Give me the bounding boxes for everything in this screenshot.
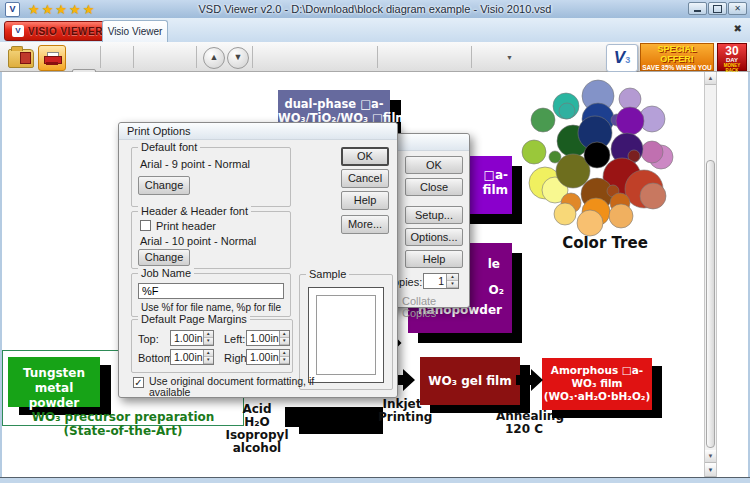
visio-logo[interactable]: V3 <box>606 44 638 72</box>
print-header-label: Print header <box>156 220 216 232</box>
shape-tungsten-powder: Tungsten metal powder <box>8 357 100 407</box>
inkjet-printing-label: Inkjet Printing <box>378 398 426 424</box>
title-bar: V ★★★★★ VSD Viewer v2.0 - D:\Download\bl… <box>0 0 750 19</box>
header-font-value: Arial - 10 point - Normal <box>140 235 256 247</box>
group-sample: Sample <box>299 274 393 390</box>
special-offer-banner[interactable]: SPECIAL OFFER! SAVE 35% WHEN YOU BUY FOX… <box>640 43 714 71</box>
vertical-scrollbar[interactable]: ▲ ▼ ▲ ▼ <box>704 72 717 477</box>
color-tree-circle <box>531 108 555 132</box>
color-tree-circle <box>609 204 633 228</box>
job-name-input[interactable] <box>138 283 284 299</box>
money-back-badge[interactable]: 30 DAY MONEY BACK GUARANTEE <box>717 43 747 71</box>
default-font-value: Arial - 9 point - Normal <box>140 158 250 170</box>
print-button-highlight[interactable] <box>38 45 66 71</box>
precursor-caption: WO₃ precursor preparation (State-of-the-… <box>8 410 238 438</box>
color-tree-circle <box>616 107 644 135</box>
close-button[interactable]: ✕ <box>728 2 747 15</box>
window-frame-bottom <box>0 477 750 483</box>
scroll-up-button[interactable]: ▲ <box>705 72 716 85</box>
shape-amorphous-film: Amorphous □a- WO₃ film (WO₃·aH₂O·bH₂O₂) <box>542 358 652 410</box>
spin-up-icon[interactable]: ▲ <box>280 331 289 338</box>
spin-up-icon[interactable]: ▲ <box>204 350 213 357</box>
copies-spinner[interactable]: 1 ▲▼ <box>423 273 459 289</box>
page-up-icon[interactable]: ▲ <box>203 47 225 69</box>
minimize-icon <box>694 10 701 12</box>
page-down-icon[interactable]: ▼ <box>227 47 249 69</box>
app-window: V ★★★★★ VSD Viewer v2.0 - D:\Download\bl… <box>0 0 750 483</box>
maximize-icon <box>713 5 722 13</box>
color-tree-circle <box>641 141 663 163</box>
group-margins: Default Page Margins Top: 1.00in ▲▼ Left… <box>131 319 293 373</box>
acid-label: Acid H₂O Isopropyl alcohol <box>224 403 290 455</box>
print-options-titlebar[interactable]: Print Options <box>119 123 397 140</box>
shadow-bar <box>299 427 383 434</box>
pin-icon[interactable]: ✖ <box>734 23 742 34</box>
spin-down-icon[interactable]: ▼ <box>204 338 213 345</box>
spin-down-icon[interactable]: ▼ <box>447 281 458 288</box>
group-default-font: Default font Arial - 9 point - Normal Ch… <box>131 147 291 207</box>
spin-up-icon[interactable]: ▲ <box>204 331 213 338</box>
print-options-dialog: Print Options Default font Arial - 9 poi… <box>118 122 398 398</box>
spin-down-icon[interactable]: ▼ <box>280 338 289 345</box>
print-close-button[interactable]: Close <box>405 178 463 196</box>
use-original-format-checkbox[interactable] <box>133 377 144 388</box>
color-tree-circle <box>522 140 546 164</box>
color-tree-circle <box>640 183 666 209</box>
window-title: VSD Viewer v2.0 - D:\Download\block diag… <box>0 0 750 18</box>
visio-doc-tag <box>20 52 31 64</box>
change-default-font-button[interactable]: Change <box>138 176 190 195</box>
group-job-name: Job Name Use %f for file name, %p for fi… <box>131 273 291 317</box>
visio-mini-icon: V <box>12 25 24 37</box>
spin-up-icon[interactable]: ▲ <box>280 350 289 357</box>
color-tree-circle <box>619 88 641 110</box>
margin-bottom-spinner[interactable]: 1.00in ▲▼ <box>170 349 214 365</box>
printer-icon <box>44 52 60 65</box>
options-help-button[interactable]: Help <box>341 191 389 210</box>
sample-preview <box>308 287 384 383</box>
scroll-down-button[interactable]: ▼ <box>705 450 716 463</box>
group-header-font: Header & Header font Print header Arial … <box>131 211 291 269</box>
spin-down-icon[interactable]: ▼ <box>280 357 289 364</box>
annealing-label: Annealing 120 C <box>496 410 552 436</box>
tab-visio-viewer[interactable]: Visio Viewer <box>102 20 168 42</box>
change-header-font-button[interactable]: Change <box>138 249 190 266</box>
shadow-bar <box>285 407 383 427</box>
color-tree-circle <box>577 210 603 236</box>
scrollbar-thumb[interactable] <box>706 160 715 448</box>
ribbon-tab-row: V VISIO VIEWER ▼ Visio Viewer ✖ <box>0 18 750 42</box>
spin-down-icon[interactable]: ▼ <box>204 357 213 364</box>
use-original-format-label: Use original document formatting, if ava… <box>149 376 314 398</box>
maximize-button[interactable] <box>708 2 727 15</box>
color-dropdown-icon[interactable]: ▼ <box>506 54 513 61</box>
color-tree-circle <box>559 103 575 119</box>
print-options-button[interactable]: Options... <box>405 228 463 246</box>
options-more-button[interactable]: More... <box>341 215 389 234</box>
margin-right-spinner[interactable]: 1.00in ▲▼ <box>246 349 290 365</box>
print-ok-button[interactable]: OK <box>405 156 463 174</box>
shape-gel-film: WO₃ gel film <box>420 357 520 405</box>
collate-label: Collate Copies <box>402 295 469 319</box>
next-page-button[interactable]: ▼ <box>705 464 716 477</box>
margin-left-spinner[interactable]: 1.00in ▲▼ <box>246 330 290 346</box>
color-tree-circle <box>584 142 610 168</box>
spin-up-icon[interactable]: ▲ <box>447 274 458 281</box>
sample-page <box>316 295 376 375</box>
color-tree-caption: Color Tree <box>540 234 670 252</box>
margin-top-spinner[interactable]: 1.00in ▲▼ <box>170 330 214 346</box>
color-tree-circle <box>554 203 576 225</box>
options-cancel-button[interactable]: Cancel <box>341 169 389 188</box>
minimize-button[interactable] <box>688 2 707 15</box>
arrow-right <box>516 368 544 392</box>
print-setup-button[interactable]: Setup... <box>405 206 463 224</box>
print-header-checkbox[interactable] <box>140 220 151 231</box>
toolbar: ▲ ▼ + ▼ V3 SPECIAL OFFER! SAVE 35% WHEN … <box>0 42 750 72</box>
open-file-icon[interactable] <box>8 49 34 68</box>
print-help-button[interactable]: Help <box>405 250 463 268</box>
options-ok-button[interactable]: OK <box>341 147 389 166</box>
color-tree-graphic <box>515 73 695 238</box>
